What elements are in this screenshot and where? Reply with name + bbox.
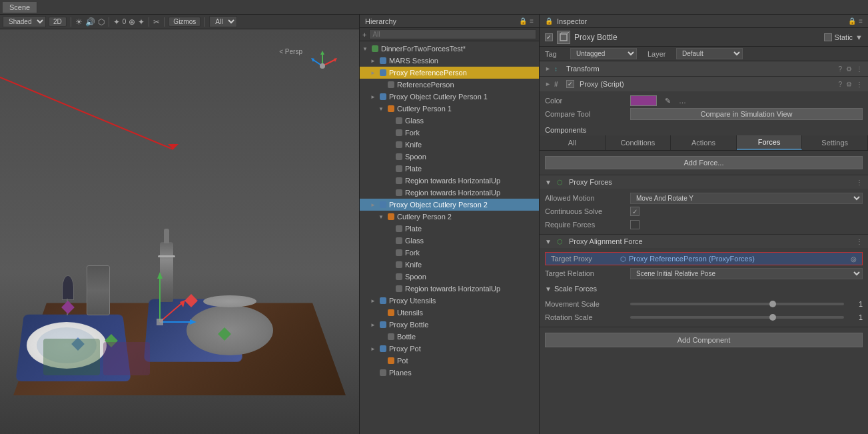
- target-proxy-select-icon[interactable]: ◎: [851, 255, 857, 263]
- tree-item-mars[interactable]: ► MARS Session: [360, 55, 539, 67]
- hierarchy-title: Hierarchy: [365, 17, 396, 25]
- tree-item-region-h2[interactable]: Region towards HorizontalUp: [360, 187, 539, 199]
- tree-item-ref-person[interactable]: ReferencePerson: [360, 79, 539, 91]
- search-select[interactable]: All: [209, 16, 237, 27]
- tree-item-plate1[interactable]: Plate: [360, 163, 539, 175]
- proxy-forces-header[interactable]: ▼ ⬡ Proxy Forces ⋮: [540, 175, 868, 189]
- components-section-label: Components: [545, 126, 586, 134]
- color-label: Color: [545, 97, 625, 105]
- compare-tool-label: Compare Tool: [545, 110, 625, 118]
- tab-all[interactable]: All: [540, 135, 606, 150]
- add-component-btn[interactable]: Add Component: [545, 333, 863, 347]
- tree-label: Region towards HorizontalUp: [405, 177, 500, 185]
- tree-item-utensils[interactable]: Utensils: [360, 307, 539, 319]
- tree-item-region-h1[interactable]: Region towards HorizontalUp: [360, 175, 539, 187]
- proxy-script-header[interactable]: ► # ✓ Proxy (Script) ? ⚙ ⋮: [540, 77, 868, 91]
- tree-label: Knife: [405, 141, 422, 149]
- rotation-scale-label: Rotation Scale: [545, 313, 625, 321]
- proxy-script-more-icon[interactable]: ⋮: [856, 81, 863, 88]
- continuous-solve-checkbox[interactable]: ✓: [630, 207, 640, 216]
- scene-tab-label: Scene: [9, 3, 30, 11]
- tree-label: Proxy Bottle: [389, 321, 428, 329]
- tree-item-cutlery2[interactable]: ▼ Cutlery Person 2: [360, 211, 539, 223]
- movement-scale-slider[interactable]: [630, 303, 844, 305]
- color-picker-icon[interactable]: ✎: [665, 97, 671, 105]
- tree-item-planes[interactable]: Planes: [360, 367, 539, 379]
- tab-actions[interactable]: Actions: [671, 135, 737, 150]
- proxy-alignment-more[interactable]: ⋮: [856, 238, 863, 245]
- scene-canvas[interactable]: < Persp: [0, 29, 359, 434]
- require-forces-row: Require Forces: [545, 218, 863, 231]
- transform-more-icon[interactable]: ⋮: [856, 65, 863, 73]
- static-check[interactable]: [824, 33, 832, 41]
- scene-background: < Persp: [0, 29, 359, 434]
- scene-tab[interactable]: Scene: [3, 2, 37, 13]
- tree-label: Proxy Object Cutlery Person 1: [389, 93, 488, 101]
- tree-item-pot[interactable]: Pot: [360, 355, 539, 367]
- static-checkbox[interactable]: Static ▼: [824, 33, 863, 41]
- proxy-script-help-icon[interactable]: ?: [838, 81, 842, 88]
- rotation-scale-track: [630, 316, 844, 319]
- tree-item-dinner-root[interactable]: ▼ DinnerForTwoForcesTest*: [360, 43, 539, 55]
- tree-item-knife2[interactable]: Knife: [360, 259, 539, 271]
- 2d-toggle[interactable]: 2D: [49, 17, 67, 27]
- shading-select[interactable]: Shaded: [3, 16, 46, 27]
- allowed-motion-select[interactable]: Move And Rotate Y: [630, 193, 863, 204]
- tree-icon: [386, 104, 396, 113]
- tab-settings[interactable]: Settings: [802, 135, 868, 150]
- layer-select[interactable]: Default: [676, 48, 743, 59]
- tree-item-cutlery1[interactable]: ▼ Cutlery Person 1: [360, 103, 539, 115]
- color-swatch[interactable]: [630, 95, 657, 106]
- tree-icon: [394, 140, 404, 149]
- tree-item-spoon1[interactable]: Spoon: [360, 151, 539, 163]
- target-proxy-label: Target Proxy: [551, 255, 618, 263]
- color-field-row: Color ✎ …: [545, 94, 863, 107]
- toolbar-divider-5: [205, 17, 205, 27]
- tree-item-bottle[interactable]: Bottle: [360, 331, 539, 343]
- tree-item-region-h3[interactable]: Region towards HorizontalUp: [360, 283, 539, 295]
- tree-item-fork2[interactable]: Fork: [360, 247, 539, 259]
- proxy-forces-more[interactable]: ⋮: [856, 179, 863, 186]
- tag-select[interactable]: Untagged: [570, 48, 637, 59]
- tree-item-proxy-utensils[interactable]: ► Proxy Utensils: [360, 295, 539, 307]
- tab-settings-label: Settings: [821, 139, 848, 147]
- compare-simulation-btn[interactable]: Compare in Simulation View: [630, 108, 863, 120]
- tree-item-glass2[interactable]: Glass: [360, 235, 539, 247]
- hierarchy-add-icon[interactable]: +: [362, 31, 366, 39]
- inspector-header-icons: 🔒 ≡: [848, 17, 863, 25]
- tree-icon: [394, 128, 404, 137]
- tree-item-plate2[interactable]: Plate: [360, 223, 539, 235]
- tree-label: Proxy Object Cutlery Person 2: [389, 201, 488, 209]
- tree-arrow: ►: [370, 346, 378, 352]
- tree-item-proxy-cutlery1[interactable]: ► Proxy Object Cutlery Person 1: [360, 91, 539, 103]
- inspector-active-checkbox[interactable]: ✓: [545, 33, 553, 41]
- proxy-script-checkbox[interactable]: ✓: [566, 80, 574, 88]
- transform-header[interactable]: ► ↕ Transform ? ⚙ ⋮: [540, 61, 868, 76]
- proxy-script-settings-icon[interactable]: ⚙: [846, 81, 852, 88]
- tab-conditions[interactable]: Conditions: [606, 135, 671, 150]
- gizmos-btn[interactable]: Gizmos: [169, 17, 201, 27]
- require-forces-checkbox[interactable]: [630, 220, 640, 229]
- tree-icon: [386, 332, 396, 341]
- tree-item-spoon2[interactable]: Spoon: [360, 271, 539, 283]
- tree-item-proxy-pot[interactable]: ► Proxy Pot: [360, 343, 539, 355]
- proxy-alignment-header[interactable]: ▼ ⬡ Proxy Alignment Force ⋮: [540, 235, 868, 248]
- add-force-btn[interactable]: Add Force...: [545, 156, 863, 169]
- tab-forces[interactable]: Forces: [737, 135, 803, 150]
- transform-settings-icon[interactable]: ⚙: [846, 65, 852, 73]
- target-relation-select[interactable]: Scene Initial Relative Pose: [630, 268, 863, 279]
- tree-item-proxy-bottle[interactable]: ► Proxy Bottle: [360, 319, 539, 331]
- tree-item-proxy-ref[interactable]: ► Proxy ReferencePerson: [360, 67, 539, 79]
- rotation-scale-slider[interactable]: [630, 316, 844, 319]
- tree-item-proxy-cutlery2[interactable]: ► Proxy Object Cutlery Person 2: [360, 199, 539, 211]
- tree-item-knife1[interactable]: Knife: [360, 139, 539, 151]
- transform-help-icon[interactable]: ?: [838, 65, 842, 73]
- hierarchy-header-icons: 🔒 ≡: [519, 17, 534, 25]
- tab-all-label: All: [568, 139, 576, 147]
- tree-item-fork1[interactable]: Fork: [360, 127, 539, 139]
- tree-item-glass1[interactable]: Glass: [360, 115, 539, 127]
- static-dropdown-icon[interactable]: ▼: [855, 33, 863, 41]
- color-more-icon[interactable]: …: [679, 97, 686, 105]
- toolbar-divider-3: [149, 17, 149, 27]
- hierarchy-search[interactable]: [369, 29, 536, 39]
